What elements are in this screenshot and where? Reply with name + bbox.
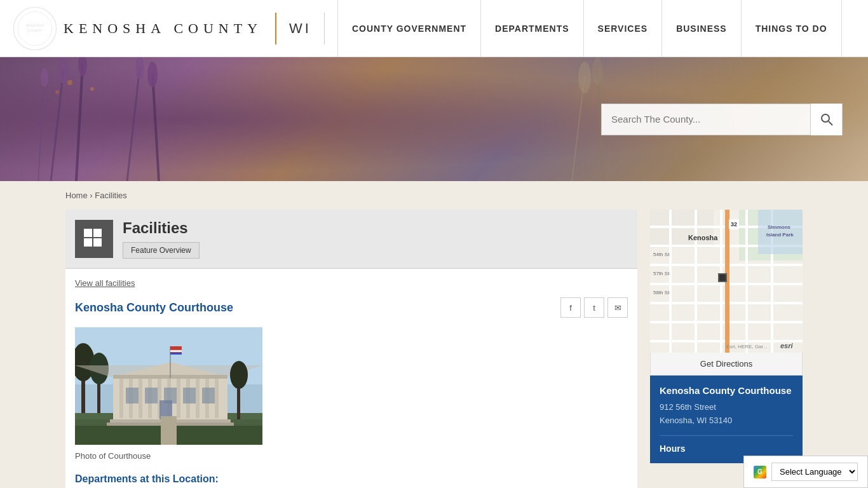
logo-area: KENOSHA COUNTY KENOSHA COUNTY	[13, 6, 262, 51]
svg-point-21	[822, 114, 829, 122]
address-line1: 912 56th Street	[660, 401, 793, 414]
map-svg: 32 Kenosha Simmons Island Park 54th St	[650, 210, 803, 353]
info-address: 912 56th Street Kenosha, WI 53140	[660, 401, 793, 428]
svg-rect-25	[84, 238, 92, 247]
svg-rect-90	[719, 274, 726, 281]
twitter-share-button[interactable]: t	[584, 297, 604, 318]
feature-overview-button[interactable]: Feature Overview	[123, 242, 200, 259]
state-label: WI	[289, 20, 311, 37]
page-header-right: Facilities Feature Overview	[123, 219, 200, 259]
search-icon	[820, 113, 833, 126]
svg-rect-65	[170, 350, 182, 352]
view-all-facilities-link[interactable]: View all facilities	[75, 278, 628, 288]
logo-divider	[275, 13, 276, 44]
main-layout: Facilities Feature Overview View all fac…	[65, 210, 803, 488]
departments-heading: Departments at this Location:	[75, 473, 628, 485]
svg-rect-42	[177, 377, 180, 418]
svg-rect-80	[745, 210, 748, 353]
left-content: Facilities Feature Overview View all fac…	[65, 210, 637, 488]
svg-line-10	[127, 67, 140, 181]
site-header: KENOSHA COUNTY KENOSHA COUNTY WI COUNTY …	[0, 0, 868, 57]
social-icons: f t ✉	[560, 297, 628, 318]
map-container: 32 Kenosha Simmons Island Park 54th St	[650, 210, 803, 353]
facebook-share-button[interactable]: f	[560, 297, 581, 318]
svg-text:esri: esri	[780, 342, 794, 349]
svg-rect-24	[93, 229, 102, 237]
nav-services[interactable]: SERVICES	[584, 0, 663, 57]
svg-rect-64	[170, 346, 182, 349]
svg-text:57th St: 57th St	[653, 271, 670, 276]
facilities-icon-box	[75, 220, 113, 258]
svg-point-19	[578, 62, 591, 93]
nav-pipe-divider	[324, 13, 325, 44]
facility-content: View all facilities Kenosha County Court…	[65, 269, 637, 488]
breadcrumb-home[interactable]: Home	[65, 191, 88, 200]
svg-rect-44	[196, 377, 200, 418]
svg-rect-58	[202, 388, 215, 403]
svg-text:KENOSHA: KENOSHA	[26, 23, 44, 27]
info-divider	[660, 435, 793, 436]
map-background: 32 Kenosha Simmons Island Park 54th St	[650, 210, 803, 353]
svg-rect-36	[119, 377, 123, 418]
nav-things-to-do[interactable]: THINGS TO DO	[742, 0, 842, 57]
svg-line-5	[76, 64, 83, 181]
courthouse-building-svg	[75, 327, 262, 445]
nav-departments[interactable]: DEPARTMENTS	[481, 0, 584, 57]
svg-line-6	[38, 76, 44, 181]
svg-point-53	[230, 361, 248, 389]
svg-text:32: 32	[731, 221, 737, 227]
info-facility-name: Kenosha County Courthouse	[660, 385, 793, 396]
svg-rect-66	[170, 353, 182, 355]
courthouse-image	[75, 327, 262, 445]
svg-rect-38	[139, 377, 142, 418]
svg-point-12	[135, 57, 144, 79]
facility-name: Kenosha County Courthouse	[75, 301, 233, 315]
svg-text:COUNTY: COUNTY	[27, 28, 43, 32]
svg-text:Kenosha: Kenosha	[688, 234, 718, 241]
breadcrumb: Home › Facilities	[65, 191, 803, 200]
svg-point-9	[41, 68, 48, 87]
svg-line-11	[153, 73, 159, 181]
translate-bar: G Select LanguageSpanishFrenchGermanItal…	[743, 456, 868, 488]
search-input[interactable]	[602, 114, 810, 125]
svg-text:Island Park: Island Park	[766, 232, 794, 238]
get-directions-button[interactable]: Get Directions	[650, 353, 803, 376]
main-navigation: COUNTY GOVERNMENT DEPARTMENTS SERVICES B…	[337, 0, 855, 57]
google-translate-icon: G	[754, 466, 766, 478]
content-inner: Home › Facilities	[53, 181, 815, 488]
svg-text:58th St: 58th St	[653, 290, 670, 295]
svg-rect-26	[93, 238, 102, 247]
hero-banner	[0, 57, 868, 181]
svg-text:Esri, HERE, Gar...: Esri, HERE, Gar...	[726, 344, 767, 349]
language-select[interactable]: Select LanguageSpanishFrenchGermanItalia…	[771, 463, 858, 481]
svg-point-8	[78, 57, 87, 76]
svg-point-15	[90, 87, 94, 91]
facility-title-row: Kenosha County Courthouse f t ✉	[75, 297, 628, 318]
county-seal-icon: KENOSHA COUNTY	[13, 6, 57, 51]
logo-text: KENOSHA COUNTY	[64, 20, 262, 37]
svg-line-22	[829, 121, 832, 125]
svg-rect-61	[161, 416, 177, 445]
svg-rect-23	[84, 229, 92, 237]
svg-rect-68	[650, 210, 714, 248]
svg-text:54th St: 54th St	[653, 252, 670, 257]
county-name-label: KENOSHA COUNTY	[64, 20, 262, 37]
page-title: Facilities	[123, 219, 200, 237]
info-panel: Kenosha County Courthouse 912 56th Stree…	[650, 376, 803, 463]
page-header-block: Facilities Feature Overview	[65, 210, 637, 269]
svg-rect-46	[215, 377, 219, 418]
nav-business[interactable]: BUSINESS	[662, 0, 742, 57]
nav-county-government[interactable]: COUNTY GOVERNMENT	[337, 0, 481, 57]
content-wrapper: Home › Facilities	[0, 181, 868, 488]
svg-rect-55	[145, 388, 158, 403]
svg-rect-77	[669, 210, 672, 353]
image-caption: Photo of Courthouse	[75, 451, 628, 461]
breadcrumb-current: Facilities	[95, 191, 127, 200]
email-share-button[interactable]: ✉	[607, 297, 628, 318]
search-button[interactable]	[810, 104, 842, 135]
right-sidebar: 32 Kenosha Simmons Island Park 54th St	[650, 210, 803, 463]
svg-rect-57	[183, 388, 196, 403]
svg-rect-54	[126, 388, 139, 403]
svg-point-16	[55, 90, 59, 94]
svg-point-13	[147, 62, 158, 87]
